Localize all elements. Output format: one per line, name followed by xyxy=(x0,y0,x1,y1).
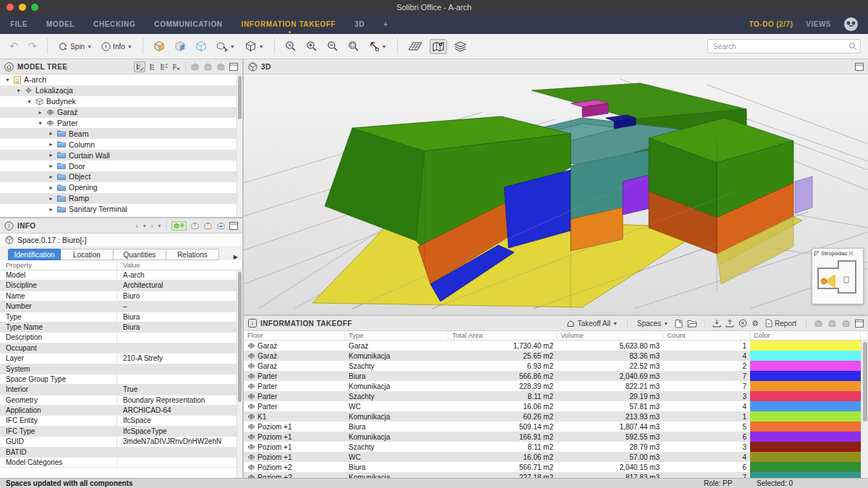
menu-item-checking[interactable]: CHECKING xyxy=(93,20,135,28)
open-takeoff-button[interactable] xyxy=(687,320,697,328)
panel-layout-icon[interactable] xyxy=(229,63,238,71)
takeoff-column-count[interactable]: Count xyxy=(663,331,750,340)
footprint-tool-button[interactable] xyxy=(406,40,425,53)
zoom-window-button[interactable] xyxy=(346,39,362,53)
menu-item-communication[interactable]: COMMUNICATION xyxy=(154,20,222,28)
zoom-in-button[interactable] xyxy=(304,39,320,53)
tree-item-lokalizacja[interactable]: ▾Lokalizacja xyxy=(0,85,242,96)
model-tree-scrollbar[interactable] xyxy=(237,74,242,217)
takeoff-color-swatch[interactable] xyxy=(750,472,861,478)
menu-item-model[interactable]: MODEL xyxy=(46,20,75,28)
basket-set-disabled-icon[interactable] xyxy=(841,319,851,328)
takeoff-row[interactable]: Poziom +1Komunikacja166.91 m2592.55 m36 xyxy=(244,432,868,442)
menu-item-information-takeoff[interactable]: INFORMATION TAKEOFF xyxy=(242,20,336,28)
takeoff-row[interactable]: GarażSzachty6.93 m222.52 m32 xyxy=(244,361,868,371)
undo-button[interactable]: ↶ xyxy=(7,40,21,53)
takeoff-row[interactable]: ParterWC16.06 m257.81 m34 xyxy=(244,401,868,411)
tree-view-layers-button[interactable] xyxy=(160,63,169,71)
takeoff-all-button[interactable]: Takeoff All▼ xyxy=(564,318,619,329)
takeoff-color-swatch[interactable] xyxy=(750,391,861,401)
takeoff-row[interactable]: Poziom +1WC16.06 m257.00 m34 xyxy=(244,452,868,462)
tree-item-door[interactable]: ▸Door xyxy=(0,160,242,171)
collapse-arrow-icon[interactable]: ▾ xyxy=(37,120,43,127)
expand-arrow-icon[interactable]: ▸ xyxy=(48,174,54,180)
takeoff-color-swatch[interactable] xyxy=(750,432,861,442)
tree-item-garaż[interactable]: ▸Garaż xyxy=(0,107,242,118)
takeoff-color-swatch[interactable] xyxy=(750,361,861,371)
tab-location[interactable]: Location xyxy=(61,249,114,260)
map-tool-button[interactable] xyxy=(430,39,447,54)
takeoff-definition-select[interactable]: Spaces▼ xyxy=(635,318,671,329)
expand-arrow-icon[interactable]: ▸ xyxy=(48,206,54,213)
collapse-arrow-icon[interactable]: ▾ xyxy=(15,87,22,94)
takeoff-column-floor[interactable]: Floor xyxy=(244,331,345,340)
takeoff-row[interactable]: Poziom +2Komunikacja227.18 m2817.83 m37 xyxy=(244,472,868,478)
todo-button[interactable]: TO-DO (2/7) xyxy=(749,20,793,28)
minimize-window-button[interactable] xyxy=(19,4,26,11)
tree-item-column[interactable]: ▸Column xyxy=(0,139,242,150)
tree-item-opening[interactable]: ▸Opening xyxy=(0,182,242,193)
takeoff-color-swatch[interactable] xyxy=(750,452,861,462)
takeoff-row[interactable]: GarażGaraż1,730.40 m25,623.80 m31 xyxy=(244,341,868,351)
tab-relations[interactable]: Relations xyxy=(166,249,219,260)
tree-view-flat-button[interactable] xyxy=(149,63,156,71)
paint-selection-button[interactable]: ▼ xyxy=(214,40,237,53)
settings-gear-icon[interactable]: ⚙ xyxy=(752,319,759,328)
zoom-fit-button[interactable] xyxy=(283,39,299,53)
tabs-overflow-button[interactable]: ▶ xyxy=(234,254,238,260)
panel-layout-icon[interactable] xyxy=(855,320,864,328)
basket-add-button[interactable]: + xyxy=(190,221,200,230)
takeoff-row[interactable]: Poziom +1Biura509.14 m21,807.44 m35 xyxy=(244,421,868,432)
minimap-expand-icon[interactable] xyxy=(848,251,854,256)
show-selected-cube-icon[interactable] xyxy=(172,39,188,53)
takeoff-row[interactable]: Poziom +1Szachty8.11 m228.79 m33 xyxy=(244,442,868,452)
takeoff-color-swatch[interactable] xyxy=(750,381,861,391)
search-input[interactable] xyxy=(707,39,861,53)
collapse-arrow-icon[interactable]: ▾ xyxy=(26,98,33,105)
tab-identification[interactable]: Identification xyxy=(8,249,61,260)
takeoff-row[interactable]: ParterKomunikacja228.39 m2822.21 m37 xyxy=(244,381,868,391)
info-forward-button[interactable]: › xyxy=(150,221,153,230)
view-presets-button[interactable]: ▼ xyxy=(242,39,266,53)
select-tool-button[interactable]: ▼ xyxy=(367,40,389,53)
takeoff-color-swatch[interactable] xyxy=(750,351,861,361)
takeoff-row[interactable]: ParterSzachty8.11 m229.19 m33 xyxy=(244,391,868,401)
tree-item-object[interactable]: ▸Object xyxy=(0,171,242,182)
takeoff-row[interactable]: Poziom +2Biura566.71 m22,040.15 m36 xyxy=(244,462,868,472)
basket-remove-button[interactable]: − xyxy=(203,221,213,230)
import-icon[interactable] xyxy=(712,319,721,328)
spin-tool-button[interactable]: Spin▼ xyxy=(56,40,94,53)
tree-item-parter[interactable]: ▾Parter xyxy=(0,118,242,129)
tree-item-a-arch[interactable]: ▾⌂A-arch xyxy=(0,74,242,85)
info-scrollbar[interactable] xyxy=(237,270,242,478)
takeoff-scrollbar[interactable] xyxy=(861,341,868,478)
export-icon[interactable] xyxy=(726,319,734,328)
menu-item-3d[interactable]: 3D xyxy=(354,20,365,28)
menu-item-file[interactable]: FILE xyxy=(10,20,27,28)
info-tool-button[interactable]: i Info▼ xyxy=(99,40,135,53)
expand-arrow-icon[interactable]: ▸ xyxy=(48,130,54,137)
auto-update-toggle[interactable]: ⚙⚙ xyxy=(171,221,187,231)
takeoff-column-total-area[interactable]: Total Area xyxy=(448,331,557,340)
takeoff-color-swatch[interactable] xyxy=(750,341,861,351)
expand-arrow-icon[interactable]: ▸ xyxy=(48,184,54,191)
takeoff-color-swatch[interactable] xyxy=(750,442,861,452)
hide-cube-icon[interactable] xyxy=(193,39,209,53)
tree-view-hierarchy-button[interactable] xyxy=(134,61,145,72)
floorplan-minimap[interactable]: Stropodac xyxy=(812,248,864,304)
menu-item--[interactable]: + xyxy=(383,20,388,28)
basket-set-disabled-icon[interactable] xyxy=(216,62,226,71)
takeoff-color-swatch[interactable] xyxy=(750,371,861,381)
collapse-arrow-icon[interactable]: ▾ xyxy=(4,77,11,83)
takeoff-column-type[interactable]: Type xyxy=(345,331,448,340)
tree-item-sanitary-terminal[interactable]: ▸Sanitary Terminal xyxy=(0,204,242,215)
3d-viewport[interactable]: Stropodac xyxy=(244,74,868,314)
takeoff-column-color[interactable]: Color xyxy=(750,331,861,340)
expand-arrow-icon[interactable]: ▸ xyxy=(48,141,54,147)
panel-layout-icon[interactable] xyxy=(229,222,238,230)
views-button[interactable]: VIEWS xyxy=(806,20,831,28)
solibri-avatar-icon[interactable] xyxy=(844,17,858,31)
panel-layout-icon[interactable] xyxy=(855,63,864,71)
show-model-cube-icon[interactable] xyxy=(151,39,167,53)
info-forward-menu-button[interactable]: ▼ xyxy=(157,223,162,228)
